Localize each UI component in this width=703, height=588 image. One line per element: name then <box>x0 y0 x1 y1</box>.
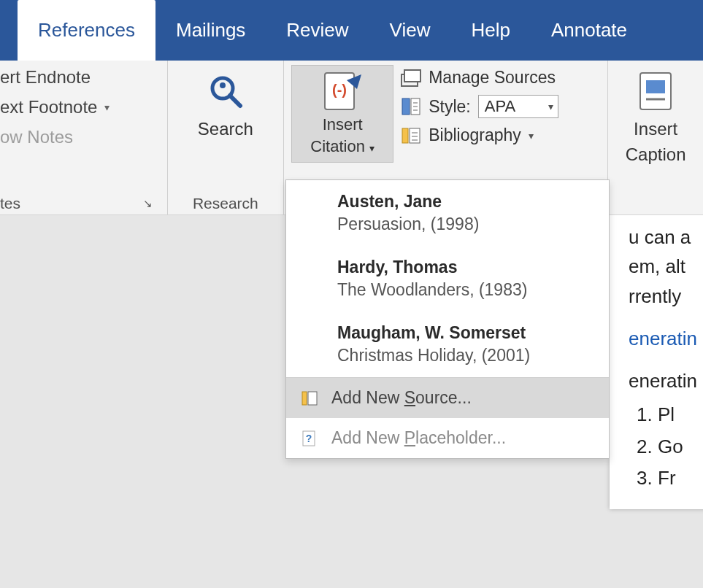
svg-text:(-): (-) <box>332 82 347 98</box>
next-footnote-label: ext Footnote <box>0 97 97 117</box>
citation-source-title: Christmas Holiday, (2001) <box>337 346 530 365</box>
add-new-placeholder-label: Add New Placeholder... <box>331 428 506 448</box>
search-button-label: Search <box>198 119 253 140</box>
insert-caption-label2: Caption <box>626 144 686 166</box>
group-research: Search Research <box>168 61 285 214</box>
citations-side-commands: Manage Sources Style: APA <box>401 65 558 145</box>
doc-text-line: u can a <box>629 223 703 252</box>
doc-text-line: eneratin <box>629 366 703 395</box>
svg-rect-7 <box>402 98 410 115</box>
footnote-commands: ert Endnote ext Footnote ▾ ow Notes <box>0 65 110 155</box>
bibliography-button[interactable]: Bibliography ▾ <box>401 125 558 145</box>
manage-sources-icon <box>401 69 421 88</box>
doc-text-line: em, alt <box>629 252 703 281</box>
style-icon <box>401 97 421 116</box>
tab-annotate[interactable]: Annotate <box>531 0 648 61</box>
list-item: Go <box>658 432 703 461</box>
insert-citation-menu: Austen, Jane Persuasion, (1998) Hardy, T… <box>285 179 610 459</box>
add-source-icon <box>299 390 320 407</box>
insert-endnote-button[interactable]: ert Endnote <box>0 65 110 95</box>
svg-text:?: ? <box>306 433 312 444</box>
citation-style-row: Style: APA <box>401 95 558 118</box>
list-item: Fr <box>658 463 703 492</box>
group-footnotes: ert Endnote ext Footnote ▾ ow Notes tes … <box>0 61 168 214</box>
citation-source-title: Persuasion, (1998) <box>337 214 479 233</box>
svg-rect-13 <box>410 128 420 143</box>
citation-style-value: APA <box>485 97 515 116</box>
insert-citation-label2: Citation <box>310 137 365 155</box>
manage-sources-button[interactable]: Manage Sources <box>401 68 558 88</box>
citation-source-author: Austen, Jane <box>337 190 596 213</box>
group-captions: Insert Caption <box>608 61 703 214</box>
next-footnote-button[interactable]: ext Footnote ▾ <box>0 95 110 125</box>
doc-text-line: rrently <box>629 282 703 311</box>
group-research-label: Research <box>175 193 277 214</box>
bibliography-icon <box>401 126 421 145</box>
insert-citation-icon: (-) <box>320 70 364 112</box>
citation-source-item[interactable]: Maugham, W. Somerset Christmas Holiday, … <box>286 312 609 377</box>
bibliography-label: Bibliography <box>429 125 521 145</box>
search-magnifier-icon <box>207 68 245 115</box>
svg-rect-6 <box>404 70 420 82</box>
tab-view[interactable]: View <box>369 0 451 61</box>
citation-source-item[interactable]: Hardy, Thomas The Woodlanders, (1983) <box>286 246 609 312</box>
document-page: u can a em, alt rrently eneratin enerati… <box>610 215 703 509</box>
list-item: Pl <box>658 400 703 429</box>
doc-numbered-list: Pl Go Fr <box>636 400 703 492</box>
svg-point-2 <box>220 82 226 88</box>
insert-citation-label1: Insert <box>323 115 363 134</box>
insert-caption-button[interactable]: Insert Caption <box>615 65 696 166</box>
ribbon-tabstrip: References Mailings Review View Help Ann… <box>0 0 703 61</box>
insert-caption-label1: Insert <box>634 119 677 140</box>
tab-review[interactable]: Review <box>266 0 369 61</box>
dropdown-caret-icon[interactable]: ▾ <box>104 101 110 113</box>
citation-source-author: Hardy, Thomas <box>337 256 596 279</box>
add-placeholder-icon: ? <box>299 430 320 447</box>
citation-source-author: Maugham, W. Somerset <box>337 322 596 344</box>
add-new-source-menuitem[interactable]: Add New Source... <box>286 378 609 418</box>
footnotes-dialog-launcher-icon[interactable]: ↘ <box>140 193 155 214</box>
svg-rect-18 <box>646 80 665 93</box>
svg-rect-12 <box>402 128 408 143</box>
add-new-placeholder-menuitem: ? Add New Placeholder... <box>286 418 609 458</box>
search-button[interactable]: Search <box>175 65 277 140</box>
tab-help[interactable]: Help <box>450 0 530 61</box>
dropdown-caret-icon: ▾ <box>529 130 534 142</box>
add-new-source-label: Add New Source... <box>331 388 472 408</box>
dropdown-caret-icon: ▾ <box>369 142 374 154</box>
svg-rect-21 <box>308 392 317 405</box>
tab-references[interactable]: References <box>18 0 155 61</box>
svg-rect-20 <box>302 392 307 405</box>
group-footnotes-label: tes <box>0 193 20 214</box>
manage-sources-label: Manage Sources <box>429 68 556 88</box>
insert-caption-icon <box>637 68 674 115</box>
show-notes-button: ow Notes <box>0 125 110 155</box>
citation-source-item[interactable]: Austen, Jane Persuasion, (1998) <box>286 180 609 246</box>
citation-source-title: The Woodlanders, (1983) <box>337 280 527 299</box>
style-label: Style: <box>429 97 471 117</box>
tab-mailings[interactable]: Mailings <box>155 0 266 61</box>
doc-hyperlink[interactable]: eneratin <box>629 324 703 353</box>
svg-line-1 <box>230 96 240 106</box>
insert-citation-button[interactable]: (-) Insert Citation ▾ <box>291 65 393 163</box>
citation-style-select[interactable]: APA <box>478 95 558 118</box>
